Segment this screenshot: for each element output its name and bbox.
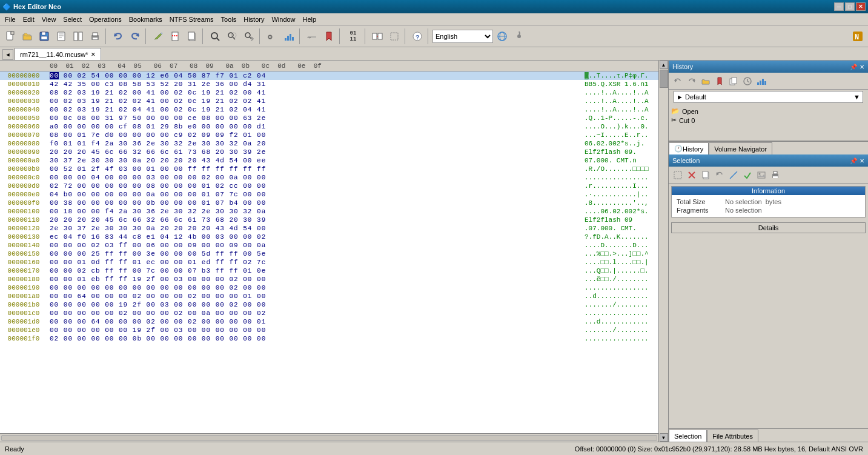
replace-button[interactable] xyxy=(241,28,257,44)
help-button[interactable]: ? xyxy=(409,28,425,44)
hex-row[interactable]: 0000014000 00 00 02 03 ff 00 06 00 00 09… xyxy=(0,241,658,250)
hex-row[interactable]: 000000e004 b0 00 00 00 00 00 0a 00 00 00… xyxy=(0,190,658,199)
hex-row[interactable]: 0000010000 18 00 00 f4 2a 30 36 2e 30 32… xyxy=(0,207,658,216)
close-button[interactable]: ✕ xyxy=(856,2,866,11)
hex-row[interactable]: 000000a030 37 2e 30 30 30 0a 20 20 20 20… xyxy=(0,156,658,165)
save-button[interactable] xyxy=(36,28,52,44)
history-open-item[interactable]: 📂 Open xyxy=(671,107,866,116)
hex-row[interactable]: 000000b000 52 01 2f 4f 03 00 01 00 00 ff… xyxy=(0,165,658,173)
hex-row[interactable]: 000001202e 30 37 2e 30 30 30 0a 20 20 20… xyxy=(0,224,658,233)
hex-row[interactable]: 0000005000 0c 08 00 31 97 50 00 00 00 ce… xyxy=(0,114,658,122)
hist-bookmark-btn[interactable] xyxy=(713,75,726,88)
hex-content-area[interactable]: 0000000000 00 02 54 00 00 00 12 e6 04 50… xyxy=(0,71,658,433)
cut-file-button[interactable] xyxy=(167,28,183,44)
hex-row[interactable]: 0000019000 00 00 00 00 00 00 00 00 00 00… xyxy=(0,284,658,292)
hex-row[interactable]: 0000001042 42 35 00 c3 08 58 53 52 20 31… xyxy=(0,80,658,88)
maximize-button[interactable]: □ xyxy=(845,2,855,11)
print-button[interactable] xyxy=(87,28,103,44)
hist-chart-btn[interactable] xyxy=(755,75,768,88)
compare-button[interactable] xyxy=(70,28,86,44)
hex-row[interactable]: 0000007008 00 01 7e d0 00 00 00 00 c9 02… xyxy=(0,131,658,139)
hex-row[interactable]: 000000d002 72 00 00 00 00 00 08 00 00 00… xyxy=(0,182,658,190)
hex-row[interactable]: 0000011020 20 20 20 45 6c 66 32 66 6c 61… xyxy=(0,216,658,224)
history-close-icon[interactable]: ✕ xyxy=(860,64,864,70)
hex-row[interactable]: 000001b000 00 00 00 00 19 2f 00 03 00 00… xyxy=(0,301,658,309)
find-button[interactable] xyxy=(207,28,223,44)
history-cut-item[interactable]: ✂ Cut 0 xyxy=(671,116,866,125)
hex-row[interactable]: 000001a000 00 64 00 00 00 02 00 00 00 02… xyxy=(0,292,658,301)
goto-button[interactable]: → xyxy=(304,28,320,44)
menu-view[interactable]: View xyxy=(38,15,60,24)
menu-bookmarks[interactable]: Bookmarks xyxy=(125,15,166,24)
history-pin-icon[interactable]: 📌 xyxy=(850,64,857,70)
edit-mode-button[interactable] xyxy=(150,28,166,44)
tab-volume-navigator[interactable]: Volume Navigator xyxy=(709,142,772,154)
hex-row[interactable]: 00000080f0 01 01 f4 2a 30 36 2e 30 32 2e… xyxy=(0,139,658,148)
operations-button[interactable]: ⚙ xyxy=(264,28,280,44)
hex-row[interactable]: 0000003000 02 03 19 21 02 02 41 00 02 0c… xyxy=(0,97,658,105)
hex-row[interactable]: 000001f002 00 00 00 00 00 0b 00 00 00 00… xyxy=(0,334,658,343)
hex-row[interactable]: 00000060a0 00 00 00 00 cf 08 01 29 8b e0… xyxy=(0,122,658,131)
tab-history[interactable]: 🕐 History xyxy=(669,142,709,154)
menu-help[interactable]: Help xyxy=(299,15,320,24)
sel-delete-btn[interactable] xyxy=(685,168,698,182)
select-block-button[interactable] xyxy=(386,28,402,44)
selection-pin-icon[interactable]: 📌 xyxy=(850,158,857,164)
sel-link-btn[interactable] xyxy=(727,168,740,182)
hex-row[interactable]: 0000016000 00 01 0d ff ff 01 ec 00 00 01… xyxy=(0,258,658,267)
menu-edit[interactable]: Edit xyxy=(19,15,38,24)
selection-close-icon[interactable]: ✕ xyxy=(860,158,864,164)
menu-window[interactable]: Window xyxy=(268,15,299,24)
hex-row[interactable]: 000001d000 00 00 64 00 00 00 02 00 00 02… xyxy=(0,317,658,326)
menu-select[interactable]: Select xyxy=(59,15,85,24)
hex-row[interactable]: 000000c000 00 00 04 00 00 00 03 00 00 00… xyxy=(0,173,658,182)
menu-tools[interactable]: Tools xyxy=(217,15,240,24)
find-all-button[interactable] xyxy=(224,28,240,44)
hist-files-btn[interactable] xyxy=(727,75,740,88)
sel-undo-btn[interactable] xyxy=(713,168,726,182)
sel-copy-btn[interactable] xyxy=(699,168,712,182)
hist-forward-btn[interactable] xyxy=(685,75,698,88)
sel-select-btn[interactable] xyxy=(671,168,684,182)
hex-row[interactable]: 00000130ec 04 f0 16 83 44 c8 e1 04 12 4b… xyxy=(0,233,658,241)
redo-button[interactable] xyxy=(127,28,143,44)
tab-file-attributes[interactable]: File Attributes xyxy=(707,430,758,442)
hex-row[interactable]: 000000f000 38 00 00 00 00 00 0b 00 00 00… xyxy=(0,199,658,207)
hex-row[interactable]: 0000018000 00 01 eb ff ff 19 2f 00 03 00… xyxy=(0,275,658,284)
undo-button[interactable] xyxy=(110,28,126,44)
tab-nav-back[interactable]: ◀ xyxy=(2,49,13,60)
hex-row[interactable]: 0000015000 00 00 25 ff ff 00 3e 00 00 00… xyxy=(0,250,658,258)
settings-button[interactable] xyxy=(511,28,527,44)
history-profile-select[interactable]: ► Default ▼ xyxy=(674,91,863,103)
tab-selection[interactable]: Selection xyxy=(669,430,707,442)
hex-mode-button[interactable]: 0111 xyxy=(344,28,362,44)
menu-operations[interactable]: Operations xyxy=(85,15,125,24)
hex-row[interactable]: 0000002008 02 03 19 21 02 00 41 00 02 0c… xyxy=(0,88,658,97)
hex-row[interactable]: 0000004000 02 03 19 21 02 04 41 00 02 0c… xyxy=(0,105,658,114)
menu-file[interactable]: File xyxy=(1,15,19,24)
extra-button[interactable]: N xyxy=(850,28,866,44)
tab-main-file[interactable]: rm721__11.40.mcusw* ✕ xyxy=(15,48,101,60)
hist-open-btn[interactable] xyxy=(699,75,712,88)
new-button[interactable] xyxy=(2,28,18,44)
hex-row[interactable]: 000001c000 00 00 00 00 02 00 00 00 02 00… xyxy=(0,309,658,317)
menu-ntfs[interactable]: NTFS Streams xyxy=(166,15,217,24)
minimize-button[interactable]: ─ xyxy=(834,2,844,11)
hex-row[interactable]: 0000009020 20 20 45 6c 66 32 66 6c 61 73… xyxy=(0,148,658,156)
hex-row[interactable]: 0000017000 00 02 cb ff ff 00 7c 00 00 07… xyxy=(0,267,658,275)
hist-clock-btn[interactable] xyxy=(741,75,754,88)
horizontal-scrollbar[interactable] xyxy=(0,433,658,442)
vertical-scrollbar[interactable]: ▲ ▼ xyxy=(658,61,668,442)
hex-row[interactable]: 000001e000 00 00 00 00 00 19 2f 00 03 00… xyxy=(0,326,658,334)
details-button[interactable]: Details xyxy=(671,222,866,233)
page-setup-button[interactable] xyxy=(53,28,69,44)
hex-row[interactable]: 0000000000 00 02 54 00 00 00 12 e6 04 50… xyxy=(0,71,658,80)
open-button[interactable] xyxy=(19,28,35,44)
sel-print-btn[interactable] xyxy=(769,168,782,182)
language-select[interactable]: English German French xyxy=(432,30,493,43)
bookmarks-btn[interactable] xyxy=(321,28,337,44)
paste-file-button[interactable] xyxy=(184,28,200,44)
hist-back-btn[interactable] xyxy=(671,75,684,88)
compare2-button[interactable] xyxy=(369,28,385,44)
sel-check-btn[interactable] xyxy=(741,168,754,182)
